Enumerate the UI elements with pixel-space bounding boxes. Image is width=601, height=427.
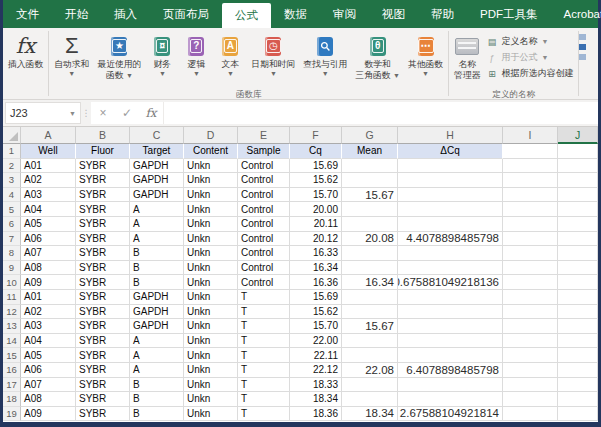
cell-D18[interactable]: Unkn [184, 392, 238, 407]
cell-H10[interactable]: 0.675881049218136 [398, 275, 503, 290]
cell-B18[interactable]: SYBR [76, 392, 130, 407]
cell-D2[interactable]: Unkn [184, 159, 238, 174]
name-box[interactable]: J23 ▼ [5, 102, 81, 124]
cell-C15[interactable]: A [130, 348, 184, 363]
cell-B13[interactable]: SYBR [76, 319, 130, 334]
cell-I14[interactable] [503, 334, 558, 349]
cell-I2[interactable] [503, 159, 558, 174]
cell-G18[interactable] [342, 392, 398, 407]
cell-I6[interactable] [503, 217, 558, 232]
cell-F14[interactable]: 22.00 [290, 334, 342, 349]
cell-H17[interactable] [398, 378, 503, 393]
cell-F5[interactable]: 20.00 [290, 202, 342, 217]
cell-G11[interactable] [342, 290, 398, 305]
tab-10[interactable]: Acrobat [551, 0, 601, 28]
cell-A1[interactable]: Well [21, 144, 76, 159]
cell-J18[interactable] [558, 392, 598, 407]
cell-B6[interactable]: SYBR [76, 217, 130, 232]
cell-H19[interactable]: 2.67588104921814 [398, 407, 503, 422]
cell-E1[interactable]: Sample [238, 144, 290, 159]
cell-E3[interactable]: Control [238, 173, 290, 188]
more-functions-button[interactable]: ⋯其他函数▼ [404, 30, 447, 88]
cell-I5[interactable] [503, 202, 558, 217]
cell-C8[interactable]: B [130, 246, 184, 261]
cell-C17[interactable]: B [130, 378, 184, 393]
cell-J7[interactable] [558, 232, 598, 247]
cell-C19[interactable]: B [130, 407, 184, 422]
tab-5[interactable]: 数据 [271, 0, 320, 28]
cell-C7[interactable]: A [130, 232, 184, 247]
cell-C9[interactable]: B [130, 261, 184, 276]
cell-C18[interactable]: B [130, 392, 184, 407]
cell-A19[interactable]: A09 [21, 407, 76, 422]
recent-functions-button[interactable]: ★最近使用的函数 ▼ [93, 30, 145, 88]
cell-H3[interactable] [398, 173, 503, 188]
cell-G1[interactable]: Mean [342, 144, 398, 159]
cell-J4[interactable] [558, 188, 598, 203]
cell-F8[interactable]: 16.33 [290, 246, 342, 261]
column-header-I[interactable]: I [503, 127, 558, 144]
name-box-dropdown-icon[interactable]: ▼ [69, 110, 76, 117]
cell-B1[interactable]: Fluor [76, 144, 130, 159]
cell-F1[interactable]: Cq [290, 144, 342, 159]
tab-8[interactable]: 帮助 [418, 0, 467, 28]
cell-C3[interactable]: GAPDH [130, 173, 184, 188]
tab-6[interactable]: 审阅 [320, 0, 369, 28]
row-header-5[interactable]: 5 [3, 202, 21, 217]
row-header-7[interactable]: 7 [3, 232, 21, 247]
cell-D10[interactable]: Unkn [184, 275, 238, 290]
cell-F19[interactable]: 18.36 [290, 407, 342, 422]
cell-H5[interactable] [398, 202, 503, 217]
financial-button[interactable]: ¤财务▼ [145, 30, 179, 88]
row-header-14[interactable]: 14 [3, 334, 21, 349]
cell-F7[interactable]: 20.12 [290, 232, 342, 247]
row-header-10[interactable]: 10 [3, 275, 21, 290]
cell-F6[interactable]: 20.11 [290, 217, 342, 232]
formula-input[interactable] [163, 102, 598, 124]
cell-D19[interactable]: Unkn [184, 407, 238, 422]
create-from-selection-button[interactable]: ⊞根据所选内容创建 [486, 67, 573, 80]
cell-I16[interactable] [503, 363, 558, 378]
cell-I15[interactable] [503, 348, 558, 363]
cell-B9[interactable]: SYBR [76, 261, 130, 276]
cell-J17[interactable] [558, 378, 598, 393]
cell-H7[interactable]: 4.4078898485798 [398, 232, 503, 247]
math-trig-button[interactable]: θ数学和三角函数 ▼ [351, 30, 404, 88]
cell-H11[interactable] [398, 290, 503, 305]
cell-J14[interactable] [558, 334, 598, 349]
cell-F18[interactable]: 18.34 [290, 392, 342, 407]
cell-I12[interactable] [503, 305, 558, 320]
row-header-9[interactable]: 9 [3, 261, 21, 276]
tab-file[interactable]: 文件 [3, 0, 52, 28]
cell-A7[interactable]: A06 [21, 232, 76, 247]
cell-E15[interactable]: T [238, 348, 290, 363]
row-header-13[interactable]: 13 [3, 319, 21, 334]
cell-B11[interactable]: SYBR [76, 290, 130, 305]
cell-J16[interactable] [558, 363, 598, 378]
cell-J5[interactable] [558, 202, 598, 217]
cell-A17[interactable]: A07 [21, 378, 76, 393]
cell-J12[interactable] [558, 305, 598, 320]
cell-H16[interactable]: 6.4078898485798 [398, 363, 503, 378]
select-all-corner[interactable] [3, 127, 21, 144]
cell-G9[interactable] [342, 261, 398, 276]
cell-G8[interactable] [342, 246, 398, 261]
cell-C16[interactable]: A [130, 363, 184, 378]
cell-A10[interactable]: A09 [21, 275, 76, 290]
cell-B15[interactable]: SYBR [76, 348, 130, 363]
cell-B14[interactable]: SYBR [76, 334, 130, 349]
cell-C6[interactable]: A [130, 217, 184, 232]
cell-D7[interactable]: Unkn [184, 232, 238, 247]
cell-F10[interactable]: 16.36 [290, 275, 342, 290]
row-header-12[interactable]: 12 [3, 305, 21, 320]
cell-F4[interactable]: 15.70 [290, 188, 342, 203]
cell-I9[interactable] [503, 261, 558, 276]
cell-C4[interactable]: GAPDH [130, 188, 184, 203]
cell-J1[interactable] [558, 144, 598, 159]
tab-1[interactable]: 开始 [52, 0, 101, 28]
cell-E9[interactable]: Control [238, 261, 290, 276]
cell-H2[interactable] [398, 159, 503, 174]
name-manager-button[interactable]: 名称 管理器 [450, 30, 484, 88]
cell-F2[interactable]: 15.69 [290, 159, 342, 174]
cell-D15[interactable]: Unkn [184, 348, 238, 363]
